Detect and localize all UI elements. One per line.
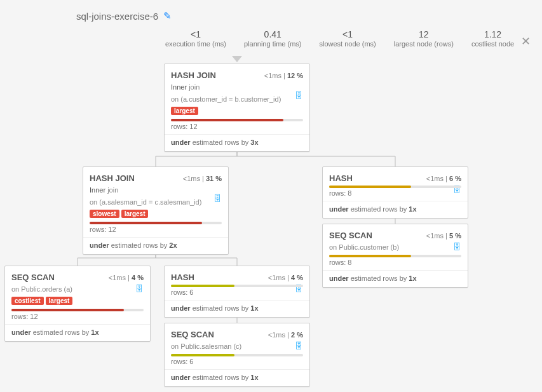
badge-largest: largest: [46, 297, 73, 305]
estimate-line: under estimated rows by 1x: [11, 328, 144, 336]
node-meta: <1ms | 12 %: [264, 72, 303, 79]
node-title: HASH: [329, 173, 353, 183]
page-title: sql-joins-exercise-6: [76, 11, 158, 22]
stat-costliest: 1.12 costliest node: [471, 29, 514, 48]
node-meta: <1ms | 4 %: [109, 274, 144, 281]
node-meta: <1ms | 6 %: [426, 175, 461, 182]
node-title: HASH JOIN: [90, 173, 135, 183]
estimate-line: under estimated rows by 1x: [329, 274, 461, 282]
plan-node-seqscan-customer[interactable]: SEQ SCAN <1ms | 5 % on Public.customer (…: [322, 224, 468, 288]
cost-bar: [171, 119, 303, 121]
rows-count: rows: 8: [329, 259, 461, 266]
cost-bar: [171, 285, 303, 287]
plan-node-hash-customer[interactable]: HASH <1ms | 6 % 🗄 rows: 8 under estimate…: [322, 166, 468, 219]
cost-bar: [90, 222, 222, 224]
estimate-line: under estimated rows by 2x: [90, 241, 222, 249]
plan-node-hash-salesman[interactable]: HASH <1ms | 4 % 🗄 rows: 6 under estimate…: [164, 266, 310, 318]
badge-slowest: slowest: [90, 210, 119, 218]
badge-largest: largest: [121, 210, 149, 218]
estimate-line: under estimated rows by 3x: [171, 139, 303, 146]
node-meta: <1ms | 31 %: [183, 175, 222, 182]
stat-plan-time: 0.41 planning time (ms): [244, 29, 301, 48]
estimate-line: under estimated rows by 1x: [171, 374, 303, 381]
rows-count: rows: 12: [90, 226, 222, 233]
node-scan-target: on Public.orders (a): [11, 285, 144, 294]
database-icon: 🗄: [135, 284, 144, 294]
badge-row: costliest largest: [11, 297, 144, 305]
cost-bar: [329, 186, 461, 188]
badge-row: slowest largest: [90, 210, 222, 218]
node-meta: <1ms | 5 %: [426, 232, 461, 240]
stat-largest: 12 largest node (rows): [394, 29, 454, 48]
node-title: HASH: [171, 273, 194, 282]
node-join-type: Inner join: [171, 83, 303, 92]
node-title: HASH JOIN: [171, 71, 216, 80]
node-scan-target: on Public.customer (b): [329, 243, 461, 252]
cost-bar: [171, 354, 303, 356]
rows-count: rows: 6: [171, 288, 303, 296]
rows-count: rows: 6: [171, 358, 303, 365]
node-meta: <1ms | 2 %: [268, 331, 303, 339]
stats-bar: <1 execution time (ms) 0.41 planning tim…: [165, 29, 514, 48]
node-title: SEQ SCAN: [329, 231, 372, 240]
database-icon: 🗄: [295, 341, 303, 351]
estimate-line: under estimated rows by 1x: [329, 205, 461, 213]
stat-exec-time: <1 execution time (ms): [165, 29, 226, 48]
node-meta: <1ms | 4 %: [268, 274, 303, 281]
edit-icon[interactable]: ✎: [163, 10, 172, 22]
page-title-row: sql-joins-exercise-6 ✎: [76, 10, 172, 22]
plan-node-hash-join-salesman[interactable]: HASH JOIN <1ms | 31 % Inner join on (a.s…: [83, 166, 229, 255]
rows-count: rows: 8: [329, 189, 461, 197]
badge-row: largest: [171, 107, 303, 115]
database-icon: 🗄: [453, 242, 461, 252]
plan-node-seqscan-salesman[interactable]: SEQ SCAN <1ms | 2 % on Public.salesman (…: [164, 323, 310, 387]
badge-costliest: costliest: [11, 297, 44, 305]
database-icon: 🗄: [295, 91, 303, 100]
node-title: SEQ SCAN: [11, 273, 55, 282]
node-join-type: Inner join: [90, 186, 222, 195]
plan-node-hash-join-root[interactable]: HASH JOIN <1ms | 12 % Inner join on (a.c…: [164, 64, 310, 152]
cost-bar: [11, 309, 144, 311]
node-on-clause: on (a.customer_id = b.customer_id): [171, 95, 303, 104]
badge-largest: largest: [171, 107, 198, 115]
cost-bar: [329, 255, 461, 257]
estimate-line: under estimated rows by 1x: [171, 304, 303, 312]
stat-slowest: <1 slowest node (ms): [319, 29, 376, 48]
node-title: SEQ SCAN: [171, 330, 214, 339]
node-scan-target: on Public.salesman (c): [171, 342, 303, 351]
node-on-clause: on (a.salesman_id = c.salesman_id): [90, 198, 222, 207]
rows-count: rows: 12: [11, 313, 144, 320]
plan-node-seqscan-orders[interactable]: SEQ SCAN <1ms | 4 % on Public.orders (a)…: [4, 266, 151, 342]
rows-count: rows: 12: [171, 123, 303, 130]
database-icon: 🗄: [213, 194, 222, 203]
arrow-down-icon: [232, 56, 242, 62]
close-icon[interactable]: ✕: [521, 34, 531, 48]
